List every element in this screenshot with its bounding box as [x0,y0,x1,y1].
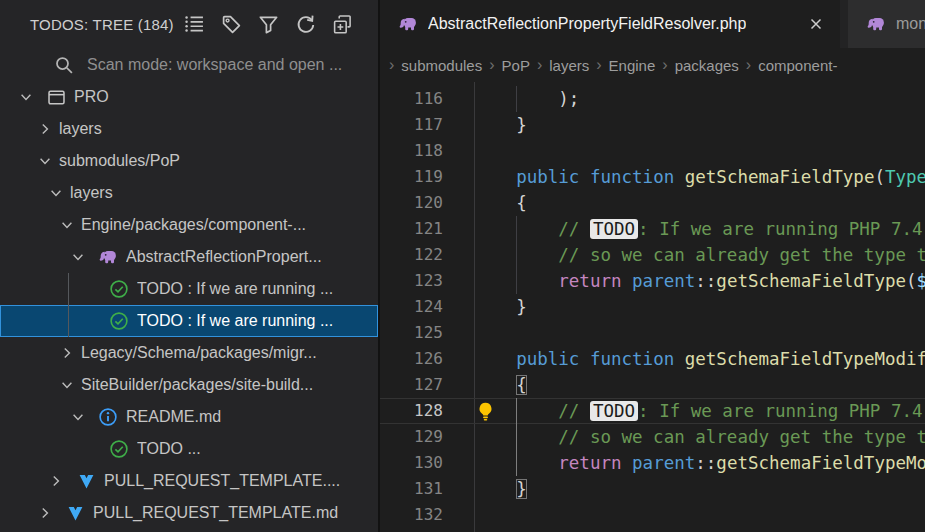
line-number[interactable]: 121 [380,216,474,242]
chevron-right-icon[interactable] [59,345,81,361]
line-number[interactable]: 130 [380,450,474,476]
tag-icon[interactable] [220,13,242,35]
close-icon[interactable] [806,14,826,34]
breadcrumb-item[interactable]: packages [675,57,739,74]
code-token: getSchemaFieldType [685,167,875,187]
code-line[interactable]: 128 // TODO: If we are running PHP 7.4, [380,398,925,424]
tab-active[interactable]: AbstractReflectionPropertyFieldResolver.… [380,0,840,48]
code-line[interactable]: 129 // so we can already get the type th [380,424,925,450]
search-icon[interactable] [54,55,74,75]
list-icon[interactable] [183,13,205,35]
line-number[interactable]: 116 [380,86,474,112]
line-number[interactable]: 123 [380,268,474,294]
chevron-down-icon[interactable] [18,89,40,105]
chevron-right-icon[interactable] [37,121,59,137]
line-number[interactable]: 129 [380,424,474,450]
breadcrumb-separator: › [530,56,549,74]
code-token [622,453,633,473]
code-line[interactable]: 130 return parent::getSchemaFieldTypeMod [380,450,925,476]
tree-item[interactable]: TODO : If we are running ... [0,305,378,337]
tree-item[interactable]: PRO [0,81,378,113]
tree-item-label: PRO [74,88,109,106]
code-line[interactable]: 122 // so we can already get the type th [380,242,925,268]
tree-item[interactable]: Legacy/Schema/packages/migr... [0,337,378,369]
tab-inactive[interactable]: mono [848,0,925,48]
code-line[interactable]: 119 public function getSchemaFieldType(T… [380,164,925,190]
code-text: // so we can already get the type th [474,242,925,268]
tree-item-label: TODO : If we are running ... [137,312,333,330]
line-number[interactable]: 118 [380,138,474,164]
line-number[interactable]: 128 [380,398,474,424]
tree-item[interactable]: PULL_REQUEST_TEMPLATE.md [0,497,378,529]
tree-item[interactable]: Engine/packages/component-... [0,209,378,241]
code-token: TypeR [885,167,925,187]
code-line[interactable]: 124 } [380,294,925,320]
tree-item-label: Legacy/Schema/packages/migr... [81,344,317,362]
code-line[interactable]: 117 } [380,112,925,138]
line-number[interactable]: 125 [380,320,474,346]
code-line[interactable]: 127 { [380,372,925,398]
code-text: return parent::getSchemaFieldType($t [474,268,925,294]
line-number[interactable]: 122 [380,242,474,268]
check-circle-icon [109,311,129,331]
check-circle-icon [109,439,129,459]
chevron-down-icon[interactable] [70,409,92,425]
breadcrumb-item[interactable]: layers [549,57,589,74]
code-token: public [516,349,579,369]
code-token: function [590,167,674,187]
code-line[interactable]: 116 ); [380,86,925,112]
tree-item[interactable]: AbstractReflectionPropert... [0,241,378,273]
line-number[interactable]: 119 [380,164,474,190]
code-token: public [516,167,579,187]
chevron-down-icon[interactable] [70,249,92,265]
tree-item[interactable]: layers [0,177,378,209]
line-number[interactable]: 131 [380,476,474,502]
panel-toolbar [183,13,353,35]
code-token [474,271,558,291]
code-line[interactable]: 121 // TODO: If we are running PHP 7.4, [380,216,925,242]
tree-item-label: Engine/packages/component-... [81,216,306,234]
code-text: } [474,112,527,138]
chevron-right-icon[interactable] [37,505,59,521]
chevron-down-icon[interactable] [59,217,81,233]
php-elephant-icon [398,15,418,33]
code-line[interactable]: 123 return parent::getSchemaFieldType($t [380,268,925,294]
breadcrumb-item[interactable]: component- [758,57,837,74]
breadcrumb-item[interactable]: Engine [609,57,656,74]
chevron-down-icon[interactable] [59,377,81,393]
code-line[interactable]: 126 public function getSchemaFieldTypeMo… [380,346,925,372]
line-number[interactable]: 124 [380,294,474,320]
code-token: // [474,219,590,239]
tree-item[interactable]: submodules/PoP [0,145,378,177]
chevron-down-icon[interactable] [48,185,70,201]
filter-icon[interactable] [257,13,279,35]
code-editor[interactable]: 116 );117 }118119 public function getSch… [380,82,925,532]
code-line[interactable]: 132 [380,502,925,528]
code-line[interactable]: 120 { [380,190,925,216]
refresh-icon[interactable] [294,13,316,35]
line-number[interactable]: 120 [380,190,474,216]
code-line[interactable]: 125 [380,320,925,346]
tree-item[interactable]: PULL_REQUEST_TEMPLATE.... [0,465,378,497]
line-number[interactable]: 132 [380,502,474,528]
code-token: { [474,193,527,213]
tree-item[interactable]: layers [0,113,378,145]
code-token [579,167,590,187]
chevron-down-icon[interactable] [37,153,59,169]
line-number[interactable]: 117 [380,112,474,138]
tree-item[interactable]: README.md [0,401,378,433]
code-line[interactable]: 118 [380,138,925,164]
chevron-right-icon[interactable] [48,473,70,489]
tree-item[interactable]: TODO : If we are running ... [0,273,378,305]
line-number[interactable]: 126 [380,346,474,372]
breadcrumb-item[interactable]: submodules [401,57,482,74]
expand-all-icon[interactable] [331,13,353,35]
scan-mode-item[interactable]: Scan mode: workspace and open ... [0,48,378,81]
tree-item[interactable]: TODO ... [0,433,378,465]
tree-item-label: submodules/PoP [59,152,180,170]
breadcrumb-item[interactable]: PoP [502,57,530,74]
line-number[interactable]: 127 [380,372,474,398]
tree-item[interactable]: SiteBuilder/packages/site-build... [0,369,378,401]
code-line[interactable]: 131 } [380,476,925,502]
lightbulb-icon[interactable] [475,401,496,422]
